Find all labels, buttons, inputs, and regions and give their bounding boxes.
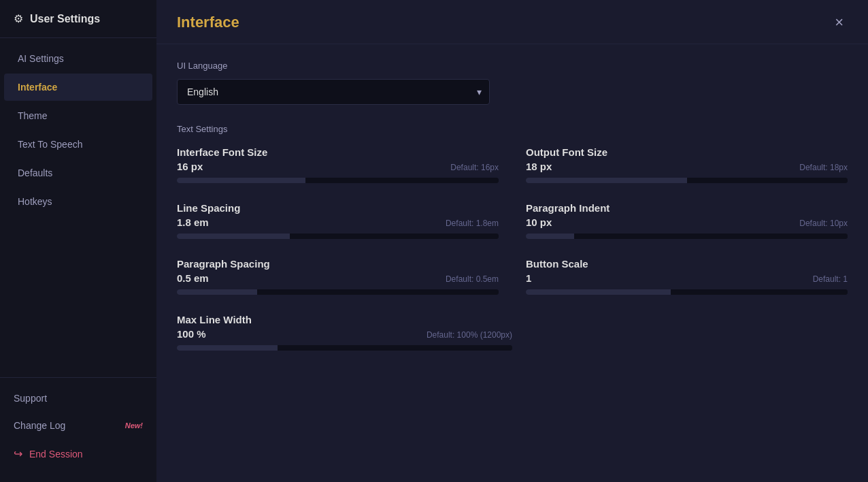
button-scale-default: Default: 1 — [813, 274, 848, 284]
sidebar-item-ai-settings[interactable]: AI Settings — [4, 45, 152, 72]
sidebar-item-hotkeys[interactable]: Hotkeys — [4, 188, 152, 215]
max-line-width-title: Max Line Width — [177, 314, 512, 325]
sidebar-header: ⚙ User Settings — [0, 0, 156, 38]
text-settings-label: Text Settings — [177, 124, 848, 134]
output-font-size-slider[interactable] — [526, 178, 848, 183]
end-session-button[interactable]: ↪ End Session — [0, 439, 156, 468]
gear-icon: ⚙ — [14, 12, 23, 25]
line-spacing-slider[interactable] — [177, 234, 499, 239]
output-font-size-default: Default: 18px — [799, 163, 848, 172]
button-scale-value: 1 — [526, 272, 531, 284]
support-label: Support — [14, 393, 47, 404]
page-title: Interface — [177, 14, 239, 31]
interface-font-size-title: Interface Font Size — [177, 146, 499, 158]
main-body: UI Language English Spanish French Germa… — [156, 44, 868, 482]
main-header: Interface × — [156, 0, 868, 44]
max-line-width-slider[interactable] — [177, 345, 512, 351]
paragraph-indent-default: Default: 10px — [799, 219, 848, 228]
interface-font-size-slider[interactable] — [177, 178, 499, 183]
paragraph-indent-value-row: 10 px Default: 10px — [526, 216, 848, 228]
line-spacing-default: Default: 1.8em — [446, 219, 499, 228]
sidebar-item-text-to-speech[interactable]: Text To Speech — [4, 131, 152, 158]
sidebar-item-theme[interactable]: Theme — [4, 102, 152, 129]
language-select-wrapper: English Spanish French German Japanese C… — [177, 79, 490, 105]
new-badge: New! — [125, 421, 143, 430]
paragraph-spacing-title: Paragraph Spacing — [177, 258, 499, 270]
sidebar-item-defaults[interactable]: Defaults — [4, 159, 152, 187]
line-spacing-value: 1.8 em — [177, 216, 209, 228]
sidebar-item-label: Interface — [18, 82, 57, 93]
output-font-size-title: Output Font Size — [526, 146, 848, 158]
end-session-label: End Session — [29, 449, 83, 460]
line-spacing-block: Line Spacing 1.8 em Default: 1.8em — [177, 202, 499, 239]
language-select[interactable]: English Spanish French German Japanese C… — [177, 79, 490, 105]
paragraph-indent-slider[interactable] — [526, 234, 848, 239]
end-session-icon: ↪ — [14, 447, 22, 460]
sidebar-item-label: Theme — [18, 110, 48, 121]
main-content: Interface × UI Language English Spanish … — [156, 0, 868, 482]
paragraph-indent-title: Paragraph Indent — [526, 202, 848, 214]
output-font-size-value-row: 18 px Default: 18px — [526, 161, 848, 172]
close-button[interactable]: × — [831, 14, 848, 31]
sidebar-item-support[interactable]: Support — [0, 385, 156, 412]
change-log-label: Change Log — [14, 420, 65, 431]
output-font-size-value: 18 px — [526, 161, 552, 172]
sidebar: ⚙ User Settings AI Settings Interface Th… — [0, 0, 156, 482]
line-spacing-title: Line Spacing — [177, 202, 499, 214]
interface-font-size-value-row: 16 px Default: 16px — [177, 161, 499, 172]
settings-grid: Interface Font Size 16 px Default: 16px — [177, 146, 848, 351]
paragraph-spacing-slider[interactable] — [177, 289, 499, 295]
interface-font-size-value: 16 px — [177, 161, 203, 172]
sidebar-footer: Support Change Log New! ↪ End Session — [0, 377, 156, 482]
button-scale-block: Button Scale 1 Default: 1 — [526, 258, 848, 295]
button-scale-value-row: 1 Default: 1 — [526, 272, 848, 284]
paragraph-spacing-block: Paragraph Spacing 0.5 em Default: 0.5em — [177, 258, 499, 295]
max-line-width-value: 100 % — [177, 328, 206, 340]
max-line-width-default: Default: 100% (1200px) — [427, 330, 512, 340]
sidebar-item-label: Hotkeys — [18, 196, 52, 207]
max-line-width-block: Max Line Width 100 % Default: 100% (1200… — [177, 314, 512, 351]
sidebar-item-label: Defaults — [18, 167, 52, 178]
button-scale-title: Button Scale — [526, 258, 848, 270]
sidebar-item-label: AI Settings — [18, 53, 64, 64]
button-scale-slider[interactable] — [526, 289, 848, 295]
interface-font-size-default: Default: 16px — [450, 163, 499, 172]
interface-font-size-block: Interface Font Size 16 px Default: 16px — [177, 146, 499, 183]
max-line-width-value-row: 100 % Default: 100% (1200px) — [177, 328, 512, 340]
sidebar-nav: AI Settings Interface Theme Text To Spee… — [0, 38, 156, 377]
sidebar-item-interface[interactable]: Interface — [4, 74, 152, 101]
paragraph-spacing-default: Default: 0.5em — [446, 274, 499, 284]
line-spacing-value-row: 1.8 em Default: 1.8em — [177, 216, 499, 228]
paragraph-indent-block: Paragraph Indent 10 px Default: 10px — [526, 202, 848, 239]
ui-language-section: UI Language English Spanish French Germa… — [177, 61, 848, 105]
output-font-size-block: Output Font Size 18 px Default: 18px — [526, 146, 848, 183]
text-settings-section: Text Settings Interface Font Size 16 px … — [177, 124, 848, 351]
paragraph-spacing-value-row: 0.5 em Default: 0.5em — [177, 272, 499, 284]
ui-language-label: UI Language — [177, 61, 848, 71]
sidebar-title: User Settings — [30, 13, 100, 25]
paragraph-indent-value: 10 px — [526, 216, 552, 228]
sidebar-item-change-log[interactable]: Change Log New! — [0, 412, 156, 439]
paragraph-spacing-value: 0.5 em — [177, 272, 209, 284]
sidebar-item-label: Text To Speech — [18, 139, 82, 150]
